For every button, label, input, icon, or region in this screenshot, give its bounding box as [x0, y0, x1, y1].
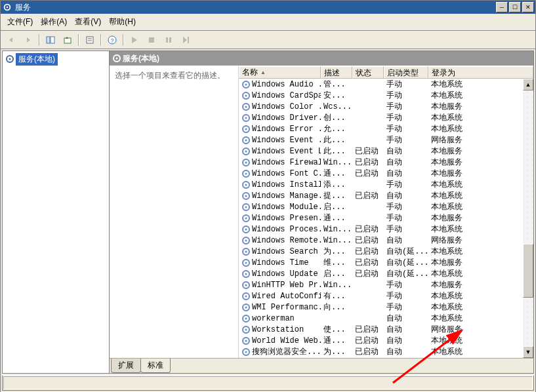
- list-body[interactable]: Windows Audio ...管...手动本地系统Windows CardS…: [239, 79, 533, 358]
- service-desc: 此...: [321, 146, 352, 157]
- service-start-type: 手动: [384, 112, 428, 123]
- service-start-type: 自动: [384, 335, 428, 346]
- column-header-start[interactable]: 启动类型: [384, 66, 428, 78]
- service-desc: 提...: [321, 190, 352, 201]
- properties-button[interactable]: [82, 32, 98, 48]
- scroll-track[interactable]: [523, 90, 533, 346]
- service-start-type: 自动(延...: [384, 246, 428, 257]
- scroll-up-button[interactable]: ▲: [523, 79, 533, 90]
- svg-point-41: [245, 206, 247, 208]
- close-button[interactable]: ✕: [522, 2, 534, 12]
- stop-service-button[interactable]: [144, 32, 159, 48]
- service-desc: Win...: [321, 158, 352, 167]
- services-list[interactable]: 名称 ▲ 描述 状态 启动类型 登录为 Windows Audio ...管..…: [239, 66, 533, 358]
- service-row[interactable]: Windows CardSpace安...手动本地系统: [239, 90, 533, 101]
- menu-help[interactable]: 帮助(H): [105, 15, 140, 29]
- service-name: Windows Proces...: [252, 225, 321, 234]
- service-row[interactable]: Windows Update启...已启动自动(延...本地系统: [239, 268, 533, 279]
- vertical-scrollbar[interactable]: ▲ ▼: [523, 79, 533, 358]
- service-row[interactable]: WinHTTP Web Pr...Win...手动本地服务: [239, 279, 533, 290]
- service-row[interactable]: Windows FirewallWin...已启动自动本地服务: [239, 157, 533, 168]
- service-row[interactable]: workerman自动本地系统: [239, 313, 533, 324]
- service-row[interactable]: Windows Manage...提...已启动自动本地系统: [239, 190, 533, 201]
- menu-view[interactable]: 查看(V): [71, 15, 105, 29]
- maximize-button[interactable]: ☐: [509, 2, 521, 12]
- start-service-button[interactable]: [127, 32, 142, 48]
- service-row[interactable]: Windows Event ...此...手动网络服务: [239, 134, 533, 146]
- export-list-button[interactable]: [60, 32, 75, 48]
- service-logon: 本地系统: [428, 123, 533, 134]
- service-state: 已启动: [352, 235, 384, 246]
- column-header-name[interactable]: 名称 ▲: [239, 66, 321, 78]
- service-name: Windows Manage...: [252, 191, 321, 201]
- service-start-type: 手动: [384, 279, 428, 290]
- tab-standard[interactable]: 标准: [140, 359, 171, 373]
- service-row[interactable]: Windows Color ...Wcs...手动本地服务: [239, 101, 533, 112]
- service-row[interactable]: Windows Remote...Win...已启动自动网络服务: [239, 235, 533, 246]
- pause-service-button[interactable]: [161, 32, 176, 48]
- service-name: Windows Event ...: [252, 136, 321, 145]
- restart-service-button[interactable]: [178, 32, 194, 48]
- service-logon: 本地系统: [428, 112, 533, 123]
- service-row[interactable]: WMI Performanc...向...手动本地系统: [239, 302, 533, 313]
- back-button[interactable]: [3, 32, 19, 48]
- service-row[interactable]: Windows Time维...已启动自动(延...本地服务: [239, 257, 533, 268]
- service-row[interactable]: Windows Font C...通...已启动自动本地服务: [239, 168, 533, 179]
- service-gear-icon: [241, 303, 251, 312]
- service-name: Windows Module...: [252, 203, 321, 212]
- service-start-type: 自动: [384, 190, 428, 201]
- service-state: 已启动: [352, 246, 384, 257]
- svg-point-19: [245, 83, 247, 85]
- help-button[interactable]: ?: [104, 32, 120, 48]
- scroll-down-button[interactable]: ▼: [523, 346, 533, 358]
- menu-file[interactable]: 文件(F): [3, 15, 37, 29]
- service-gear-icon: [241, 102, 251, 111]
- service-desc: 使...: [321, 324, 352, 335]
- service-name: Wired AutoConfig: [252, 292, 321, 301]
- service-row[interactable]: 搜狗浏览器安全...为...已启动自动本地系统: [239, 346, 533, 357]
- service-logon: 网络服务: [428, 235, 533, 246]
- service-gear-icon: [241, 191, 251, 201]
- service-gear-icon: [241, 292, 251, 301]
- tree-root-row[interactable]: 服务(本地): [3, 51, 109, 67]
- service-name: Windows Audio ...: [252, 80, 321, 89]
- service-state: 已启动: [352, 190, 384, 201]
- service-row[interactable]: Wired AutoConfig有...手动本地系统: [239, 290, 533, 302]
- service-row[interactable]: Windows Presen...通...手动本地服务: [239, 212, 533, 224]
- svg-rect-13: [188, 37, 189, 43]
- minimize-button[interactable]: ─: [496, 2, 508, 12]
- service-row[interactable]: 搜狗输入法基础...为...自动(延...本地系统: [239, 357, 533, 358]
- column-header-logon[interactable]: 登录为: [428, 66, 533, 78]
- list-header: 名称 ▲ 描述 状态 启动类型 登录为: [239, 66, 533, 79]
- show-hide-tree-button[interactable]: [43, 32, 58, 48]
- title-bar[interactable]: 服务 ─ ☐ ✕: [1, 1, 535, 14]
- svg-point-23: [245, 106, 247, 108]
- service-row[interactable]: World Wide Web...通...已启动自动本地系统: [239, 335, 533, 346]
- service-row[interactable]: Windows Module...启...手动本地系统: [239, 201, 533, 212]
- service-row[interactable]: Windows Driver...创...手动本地系统: [239, 112, 533, 123]
- service-gear-icon: [241, 203, 251, 212]
- service-row[interactable]: Windows Search为...已启动自动(延...本地系统: [239, 246, 533, 257]
- service-row[interactable]: Windows Event Log此...已启动自动本地服务: [239, 146, 533, 157]
- forward-button[interactable]: [20, 32, 36, 48]
- service-gear-icon: [241, 258, 251, 267]
- service-state: 已启动: [352, 335, 384, 346]
- service-start-type: 自动: [384, 313, 428, 324]
- service-name: Windows Error ...: [252, 125, 321, 134]
- svg-point-51: [245, 262, 247, 264]
- column-header-desc[interactable]: 描述: [321, 66, 352, 78]
- menu-action[interactable]: 操作(A): [37, 15, 71, 29]
- scroll-thumb[interactable]: [523, 244, 533, 298]
- service-row[interactable]: Workstation使...已启动自动网络服务: [239, 324, 533, 335]
- service-state: 已启动: [352, 324, 384, 335]
- tab-extended[interactable]: 扩展: [111, 359, 141, 373]
- column-header-state[interactable]: 状态: [352, 66, 384, 78]
- service-row[interactable]: Windows Installer添...手动本地系统: [239, 179, 533, 190]
- tree-pane[interactable]: 服务(本地): [2, 50, 109, 374]
- service-row[interactable]: Windows Proces...Win...已启动手动本地系统: [239, 224, 533, 235]
- service-name: World Wide Web...: [252, 336, 321, 345]
- service-row[interactable]: Windows Error ...允...手动本地系统: [239, 123, 533, 134]
- tree-node-services-local[interactable]: 服务(本地): [16, 53, 58, 66]
- service-state: 已启动: [352, 224, 384, 235]
- service-row[interactable]: Windows Audio ...管...手动本地系统: [239, 79, 533, 90]
